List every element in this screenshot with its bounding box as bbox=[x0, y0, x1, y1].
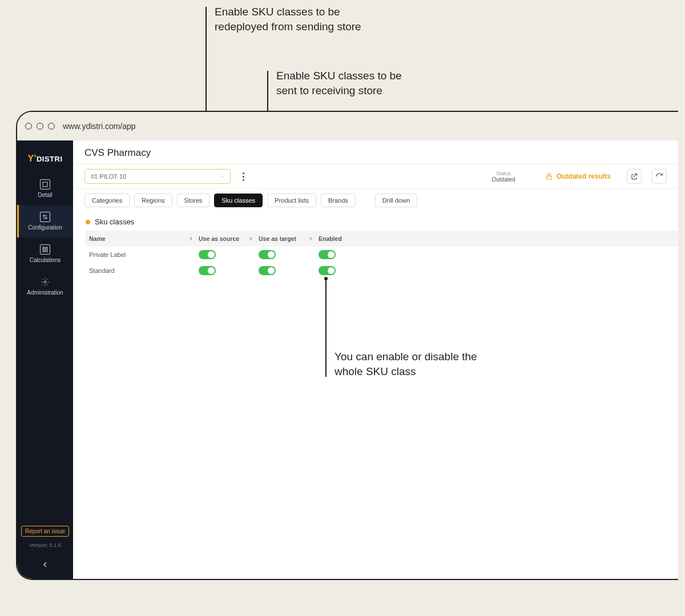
sidebar-item-label: Calculations bbox=[30, 257, 61, 263]
report-issue-button[interactable]: Report an issue bbox=[21, 526, 69, 537]
svg-rect-0 bbox=[43, 182, 47, 187]
toggle-enabled[interactable] bbox=[319, 266, 336, 275]
section-title-text: Sku classes bbox=[95, 218, 134, 226]
header-target-text: Use as target bbox=[259, 235, 296, 242]
sidebar: Y'DISTRI Detail Configuration Calculatio… bbox=[17, 140, 73, 579]
sort-icon: ▲▼ bbox=[189, 236, 193, 241]
svg-point-2 bbox=[46, 218, 47, 219]
status-value: Outdated bbox=[491, 176, 515, 183]
header-name[interactable]: Name ▲▼ bbox=[86, 235, 199, 242]
toggle-target[interactable] bbox=[259, 250, 276, 259]
sort-icon: ▲▼ bbox=[249, 236, 253, 241]
sidebar-item-configuration[interactable]: Configuration bbox=[17, 205, 73, 237]
tab-categories[interactable]: Categories bbox=[84, 194, 130, 207]
tab-regions[interactable]: Regions bbox=[134, 194, 172, 207]
annotation-target: Enable SKU classes to be sent to receivi… bbox=[276, 69, 425, 98]
sidebar-item-detail[interactable]: Detail bbox=[17, 172, 73, 205]
detail-icon bbox=[40, 179, 50, 190]
annotation-source: Enable SKU classes to be redeployed from… bbox=[215, 5, 363, 34]
external-link-icon bbox=[630, 172, 638, 180]
annotation-enabled: You can enable or disable the whole SKU … bbox=[335, 349, 483, 379]
row-name: Standard bbox=[86, 267, 199, 274]
configuration-icon bbox=[40, 212, 50, 222]
browser-window: www.ydistri.com/app Y'DISTRI Detail Conf… bbox=[16, 111, 678, 580]
outdated-label: Outdated results bbox=[557, 172, 611, 180]
app-logo: Y'DISTRI bbox=[17, 148, 73, 169]
outdated-results-badge: Outdated results bbox=[539, 170, 616, 183]
header-enabled-text: Enabled bbox=[319, 235, 342, 242]
toggle-source[interactable] bbox=[199, 266, 216, 275]
tab-row: Categories Regions Stores Sku classes Pr… bbox=[73, 189, 678, 212]
table-row: Standard bbox=[86, 263, 678, 279]
tab-sku-classes[interactable]: Sku classes bbox=[214, 194, 263, 207]
pilot-selector[interactable]: #1 PILOT 10 bbox=[84, 169, 231, 184]
sku-classes-table: Name ▲▼ Use as source ▲▼ Use as target ▲… bbox=[86, 231, 678, 279]
chevron-left-icon bbox=[42, 562, 48, 567]
status-block: Status Outdated bbox=[491, 171, 515, 183]
svg-rect-8 bbox=[547, 176, 551, 179]
version-text: Version: 5.1.5 bbox=[29, 542, 61, 548]
pilot-selector-value: #1 PILOT 10 bbox=[91, 173, 126, 180]
tab-stores[interactable]: Stores bbox=[177, 194, 210, 207]
calculations-icon bbox=[40, 244, 50, 255]
open-external-button[interactable] bbox=[627, 169, 642, 184]
table-header: Name ▲▼ Use as source ▲▼ Use as target ▲… bbox=[86, 231, 678, 247]
refresh-icon bbox=[655, 172, 663, 180]
svg-point-1 bbox=[43, 215, 45, 216]
bullet-icon bbox=[86, 220, 90, 224]
status-label: Status bbox=[496, 171, 511, 176]
traffic-max-icon[interactable] bbox=[48, 123, 55, 130]
gear-icon bbox=[40, 277, 50, 287]
tab-brands[interactable]: Brands bbox=[321, 194, 356, 207]
svg-rect-3 bbox=[43, 247, 45, 249]
header-source-text: Use as source bbox=[199, 235, 239, 242]
sort-icon: ▲▼ bbox=[309, 236, 313, 241]
sidebar-item-calculations[interactable]: Calculations bbox=[17, 237, 73, 270]
header-use-as-source[interactable]: Use as source ▲▼ bbox=[199, 235, 259, 242]
chevron-down-icon bbox=[220, 174, 224, 179]
svg-point-7 bbox=[44, 281, 46, 283]
tab-product-lists[interactable]: Product lists bbox=[267, 194, 316, 207]
svg-rect-5 bbox=[43, 250, 45, 252]
kebab-menu[interactable] bbox=[237, 172, 249, 181]
browser-titlebar: www.ydistri.com/app bbox=[17, 112, 678, 140]
toggle-enabled[interactable] bbox=[319, 250, 336, 259]
traffic-close-icon[interactable] bbox=[25, 123, 32, 130]
traffic-min-icon[interactable] bbox=[37, 123, 43, 130]
toggle-target[interactable] bbox=[259, 266, 276, 275]
lock-icon bbox=[545, 172, 553, 180]
svg-rect-6 bbox=[46, 250, 47, 252]
sidebar-item-label: Administration bbox=[27, 289, 63, 296]
header-name-text: Name bbox=[89, 235, 106, 242]
toggle-source[interactable] bbox=[199, 250, 216, 259]
logo-rest: DISTRI bbox=[37, 155, 63, 163]
collapse-sidebar-button[interactable] bbox=[38, 557, 53, 572]
refresh-button[interactable] bbox=[652, 169, 667, 184]
toolbar: #1 PILOT 10 Status Outdated Outdated res… bbox=[73, 164, 678, 189]
section-title: Sku classes bbox=[73, 212, 678, 231]
row-name: Private Label bbox=[86, 251, 199, 258]
sidebar-item-label: Configuration bbox=[28, 224, 62, 231]
sidebar-item-label: Detail bbox=[38, 192, 53, 198]
logo-prefix: Y' bbox=[27, 154, 36, 164]
header-enabled[interactable]: Enabled bbox=[319, 235, 387, 242]
tab-drill-down[interactable]: Drill down bbox=[375, 194, 417, 207]
table-row: Private Label bbox=[86, 247, 678, 263]
page-title: CVS Pharmacy bbox=[73, 140, 678, 164]
sidebar-item-administration[interactable]: Administration bbox=[17, 270, 73, 303]
svg-rect-4 bbox=[46, 247, 47, 249]
traffic-lights bbox=[25, 123, 55, 130]
browser-url: www.ydistri.com/app bbox=[63, 122, 136, 131]
header-use-as-target[interactable]: Use as target ▲▼ bbox=[259, 235, 319, 242]
